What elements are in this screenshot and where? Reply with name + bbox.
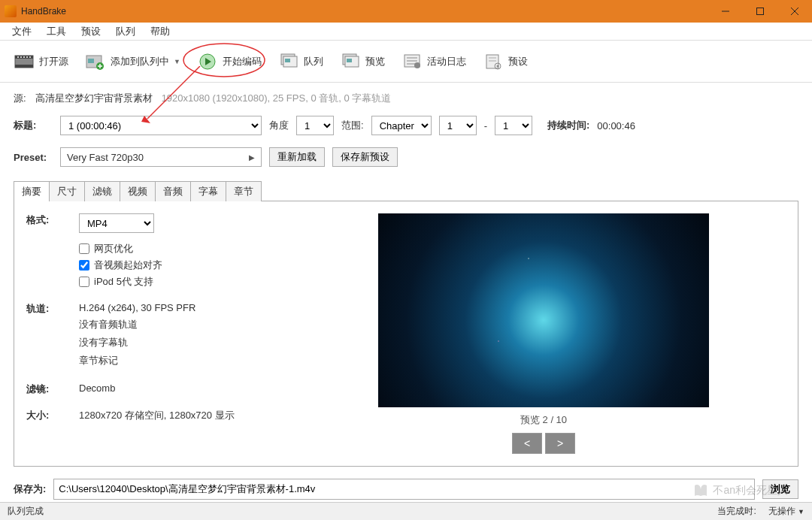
preset-label: Preset:: [14, 152, 53, 163]
close-button[interactable]: [777, 0, 812, 23]
filters-value: Decomb: [79, 382, 282, 394]
queue-icon: [278, 53, 299, 71]
menu-queue[interactable]: 队列: [108, 23, 143, 40]
reload-preset-button[interactable]: 重新加载: [269, 147, 325, 167]
ipod-checkbox[interactable]: iPod 5代 支持: [79, 275, 282, 289]
range-label: 范围:: [341, 119, 364, 132]
presets-button[interactable]: 预设: [478, 50, 532, 74]
titlebar: HandBrake: [0, 0, 812, 23]
open-source-button[interactable]: 打开源: [9, 50, 73, 74]
app-icon: [5, 5, 17, 17]
preview-label: 预览: [365, 55, 385, 68]
activity-log-label: 活动日志: [427, 55, 466, 68]
add-to-queue-button[interactable]: 添加到队列中 ▼: [80, 50, 185, 74]
log-icon: [401, 53, 423, 71]
svg-point-34: [496, 65, 498, 67]
svg-point-10: [26, 56, 28, 58]
tabs: 摘要 尺寸 滤镜 视频 音频 字幕 章节: [14, 180, 798, 201]
preview-prev-button[interactable]: <: [512, 433, 542, 454]
range-type-select[interactable]: Chapters: [371, 116, 432, 135]
source-meta: 1920x1080 (1920x1080), 25 FPS, 0 音轨, 0 字…: [162, 92, 392, 105]
svg-point-29: [414, 62, 420, 68]
svg-point-11: [29, 56, 31, 58]
tab-summary[interactable]: 摘要: [14, 181, 50, 201]
preview-image: [378, 213, 709, 407]
source-row: 源: 高清星空梦幻宇宙背景素材 1920x1080 (1920x1080), 2…: [0, 83, 812, 110]
range-dash: -: [484, 120, 487, 132]
start-encode-label: 开始编码: [223, 55, 262, 68]
angle-select[interactable]: 1: [296, 116, 334, 135]
save-path-input[interactable]: [53, 479, 755, 500]
save-label: 保存为:: [14, 482, 46, 496]
duration-value: 00:00:46: [597, 120, 635, 132]
start-encode-button[interactable]: 开始编码: [192, 50, 266, 74]
range-to-select[interactable]: 1: [495, 116, 532, 135]
av-start-checkbox[interactable]: 音视频起始对齐: [79, 258, 282, 272]
svg-rect-13: [88, 59, 94, 63]
dropdown-arrow-icon: ▼: [174, 58, 180, 65]
range-from-select[interactable]: 1: [439, 116, 477, 135]
filters-label: 滤镜:: [26, 382, 79, 398]
window-title: HandBrake: [21, 6, 708, 17]
menu-tools[interactable]: 工具: [39, 23, 74, 40]
tab-dimensions[interactable]: 尺寸: [49, 181, 85, 201]
svg-rect-1: [757, 8, 764, 15]
tab-subtitles[interactable]: 字幕: [190, 181, 226, 201]
activity-log-button[interactable]: 活动日志: [397, 50, 471, 74]
tracks-chapters: 章节标记: [79, 354, 282, 367]
title-row: 标题: 1 (00:00:46) 角度 1 范围: Chapters 1 - 1…: [0, 110, 812, 141]
minimize-button[interactable]: [708, 0, 743, 23]
preview-next-button[interactable]: >: [545, 433, 575, 454]
tracks-label: 轨道:: [26, 302, 79, 372]
format-label: 格式:: [26, 213, 79, 292]
angle-label: 角度: [269, 119, 289, 132]
preview-button[interactable]: 预览: [335, 50, 389, 74]
tracks-nosub: 没有字幕轨: [79, 336, 282, 349]
maximize-button[interactable]: [743, 0, 777, 23]
menu-presets[interactable]: 预设: [74, 23, 108, 40]
film-icon: [14, 53, 35, 71]
source-label: 源:: [14, 92, 26, 105]
tracks-noaudio: 没有音频轨道: [79, 318, 282, 331]
svg-point-9: [23, 56, 25, 58]
menu-help[interactable]: 帮助: [143, 23, 177, 40]
browse-button[interactable]: 浏览: [762, 479, 798, 499]
chevron-right-icon: ▶: [249, 153, 255, 162]
queue-label: 队列: [304, 55, 323, 68]
size-label: 大小:: [26, 409, 79, 427]
add-to-queue-label: 添加到队列中: [111, 55, 169, 68]
add-queue-icon: [85, 53, 106, 71]
svg-rect-21: [285, 59, 290, 62]
presets-icon: [483, 53, 504, 71]
svg-point-8: [20, 56, 22, 58]
preview-column: 预览 2 / 10 < >: [301, 213, 786, 454]
tab-chapters[interactable]: 章节: [226, 181, 262, 201]
tab-audio[interactable]: 音频: [155, 181, 191, 201]
status-left: 队列完成: [8, 505, 44, 518]
preview-icon: [340, 53, 361, 71]
statusbar: 队列完成 当完成时: 无操作 ▼: [0, 502, 812, 520]
tracks-codec: H.264 (x264), 30 FPS PFR: [79, 302, 282, 313]
menu-file[interactable]: 文件: [5, 23, 39, 40]
preset-select[interactable]: Very Fast 720p30 ▶: [60, 147, 262, 167]
save-preset-button[interactable]: 保存新预设: [332, 147, 398, 167]
tab-video[interactable]: 视频: [120, 181, 156, 201]
duration-label: 持续时间:: [547, 119, 589, 132]
web-optimized-checkbox[interactable]: 网页优化: [79, 242, 282, 255]
format-select[interactable]: MP4: [79, 213, 154, 233]
title-label: 标题:: [14, 119, 53, 132]
title-select[interactable]: 1 (00:00:46): [60, 116, 262, 135]
tab-filters[interactable]: 滤镜: [84, 181, 120, 201]
preview-counter: 预览 2 / 10: [520, 413, 567, 427]
size-value: 1280x720 存储空间, 1280x720 显示: [79, 409, 282, 422]
svg-rect-6: [15, 65, 33, 68]
status-done-value[interactable]: 无操作 ▼: [768, 505, 804, 518]
summary-left: 格式: MP4 网页优化 音视频起始对齐 iPod 5代 支持 轨道: H.26…: [26, 213, 282, 454]
presets-label: 预设: [508, 55, 528, 68]
source-name: 高清星空梦幻宇宙背景素材: [35, 92, 153, 105]
tabs-container: 摘要 尺寸 滤镜 视频 音频 字幕 章节 格式: MP4 网页优化 音视频起始对…: [14, 180, 798, 467]
toolbar: 打开源 添加到队列中 ▼ 开始编码 队列 预览 活动日志 预设: [0, 41, 812, 83]
queue-button[interactable]: 队列: [274, 50, 328, 74]
svg-point-7: [17, 56, 19, 58]
play-icon: [197, 53, 218, 71]
